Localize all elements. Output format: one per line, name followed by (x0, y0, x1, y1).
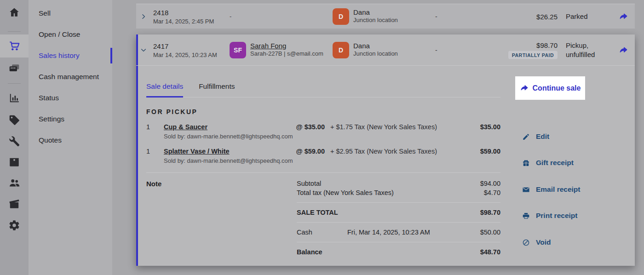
register-icon[interactable] (8, 63, 20, 74)
receipt-number: 2417 (153, 42, 217, 50)
item-sold-by: Sold by: dawn-marie.bennett@lightspeedhq… (164, 133, 500, 140)
tax-row: Total tax (New York Sales Taxes) $4.70 (297, 189, 500, 196)
products-tag-icon[interactable] (8, 114, 20, 126)
item-sold-by: Sold by: dawn-marie.bennett@lightspeedhq… (164, 157, 500, 164)
customer-detail: Sarah-227B | s@email.com (250, 50, 323, 58)
line-item: 1 Splatter Vase / White @ $59.00 + $2.95… (146, 148, 500, 164)
sidebar-item-open-close[interactable]: Open / Close (29, 24, 112, 45)
sale-amount: $98.70 (536, 41, 558, 49)
item-quantity: 1 (146, 148, 164, 155)
balance-label: Balance (297, 248, 480, 256)
line-item: 1 Cup & Saucer @ $35.00 + $1.75 Tax (New… (146, 123, 500, 140)
sidebar-item-sell[interactable]: Sell (29, 3, 112, 24)
active-icon-strip (0, 34, 29, 57)
sale-date: Mar 14, 2025, 2:45 PM (153, 17, 214, 24)
item-tax: + $1.75 Tax (New York Sales Taxes) (325, 123, 459, 131)
edit-button[interactable]: Edit (522, 132, 549, 141)
sale-total-value: $98.70 (480, 209, 500, 216)
settings-gear-icon[interactable] (8, 219, 20, 231)
void-icon (522, 239, 530, 246)
print-receipt-label: Print receipt (536, 212, 577, 220)
print-receipt-button[interactable]: Print receipt (522, 212, 577, 220)
continue-sale-button[interactable]: Continue sale (515, 76, 585, 100)
reporting-chart-icon[interactable] (8, 92, 20, 104)
avatar: D (333, 42, 349, 58)
totals-divider (297, 222, 500, 223)
chevron-right-icon[interactable] (140, 13, 147, 20)
item-name-link[interactable]: Splatter Vase / White (164, 148, 279, 155)
tab-sale-details[interactable]: Sale details (146, 82, 183, 97)
sale-date: Mar 14, 2025, 10:23 AM (153, 51, 217, 58)
sidebar-divider (8, 31, 21, 32)
customer-cell: - (230, 12, 231, 20)
customer-name-link[interactable]: Sarah Fong (250, 42, 323, 51)
payment-date: Fri, Mar 14, 2025, 10:23 AM (347, 229, 480, 236)
home-icon[interactable] (8, 6, 20, 18)
balance-row: Balance $48.70 (297, 248, 500, 256)
pencil-icon (522, 133, 530, 141)
subtotal-value: $94.00 (480, 180, 500, 187)
section-divider (146, 172, 500, 173)
continue-sale-arrow-icon[interactable] (619, 46, 628, 55)
forward-arrow-icon (520, 84, 529, 92)
payment-row: Cash Fri, Mar 14, 2025, 10:23 AM $50.00 (297, 229, 500, 236)
chevron-down-icon[interactable] (140, 46, 147, 54)
edit-label: Edit (536, 132, 549, 141)
setup-wrench-icon[interactable] (8, 135, 20, 147)
user-info: Dana Junction location (353, 8, 398, 25)
partially-paid-badge: PARTIALLY PAID (508, 51, 558, 59)
note-and-totals: Note Subtotal $94.00 Total tax (New York… (146, 180, 500, 258)
sidebar-item-cash-management[interactable]: Cash management (29, 66, 112, 87)
user-cell: D Dana Junction location (333, 8, 398, 25)
tax-label: Total tax (New York Sales Taxes) (297, 189, 484, 196)
fulfillment-section-title: FOR PICKUP (146, 108, 500, 115)
sidebar-item-sales-history[interactable]: Sales history (29, 45, 112, 66)
sidebar-item-status[interactable]: Status (29, 87, 112, 109)
continue-sale-label: Continue sale (533, 84, 581, 92)
avatar: D (333, 8, 349, 25)
receipt-number: 2418 (153, 8, 214, 16)
user-name: Dana (353, 42, 398, 51)
sale-details-main: Sale details Fulfillments FOR PICKUP 1 C… (146, 66, 500, 258)
sidebar-item-settings[interactable]: Settings (29, 109, 112, 130)
register-cell: - (435, 46, 437, 54)
user-location: Junction location (353, 17, 398, 24)
sidebar-item-quotes[interactable]: Quotes (29, 130, 112, 151)
item-quantity: 1 (146, 123, 164, 131)
payment-method: Cash (297, 229, 347, 236)
status-cell: Pickup, unfulfilled (566, 40, 615, 59)
item-name-link[interactable]: Cup & Saucer (164, 123, 279, 131)
item-total: $59.00 (459, 148, 500, 155)
amount-cell: $98.70 PARTIALLY PAID (508, 41, 558, 59)
sales-history-content: 2418 Mar 14, 2025, 2:45 PM - D Dana Junc… (136, 0, 635, 275)
store-icon[interactable] (8, 198, 20, 210)
customer-placeholder: - (230, 12, 231, 20)
sale-row-2418[interactable]: 2418 Mar 14, 2025, 2:45 PM - D Dana Junc… (136, 4, 635, 29)
subtotal-label: Subtotal (297, 180, 480, 187)
tab-fulfillments[interactable]: Fulfillments (199, 82, 235, 97)
amount-cell: $26.25 (536, 12, 558, 20)
payment-amount: $50.00 (480, 229, 500, 236)
customers-people-icon[interactable] (8, 177, 20, 189)
item-total: $35.00 (459, 123, 500, 131)
void-button[interactable]: Void (522, 238, 551, 246)
continue-sale-arrow-icon[interactable] (619, 12, 628, 21)
gift-receipt-button[interactable]: Gift receipt (522, 159, 574, 167)
sale-total-row: SALE TOTAL $98.70 (297, 209, 500, 216)
sell-cart-icon[interactable] (8, 40, 20, 52)
customer-info: Sarah Fong Sarah-227B | s@email.com (250, 42, 323, 58)
sale-row-2417[interactable]: 2417 Mar 14, 2025, 10:23 AM SF Sarah Fon… (136, 34, 635, 66)
gift-icon (522, 159, 530, 167)
balance-value: $48.70 (480, 248, 500, 256)
email-receipt-button[interactable]: Email receipt (522, 185, 581, 194)
expanded-sale-card: 2417 Mar 14, 2025, 10:23 AM SF Sarah Fon… (136, 34, 635, 266)
printer-icon (522, 212, 530, 220)
void-label: Void (536, 238, 551, 246)
envelope-icon (522, 186, 530, 194)
item-tax: + $2.95 Tax (New York Sales Taxes) (325, 148, 459, 155)
user-location: Junction location (353, 50, 398, 58)
user-info: Dana Junction location (353, 42, 398, 58)
nav-sidebar: Sell Open / Close Sales history Cash man… (29, 0, 112, 275)
catalog-box-icon[interactable] (8, 156, 20, 168)
user-cell: D Dana Junction location (333, 42, 398, 58)
